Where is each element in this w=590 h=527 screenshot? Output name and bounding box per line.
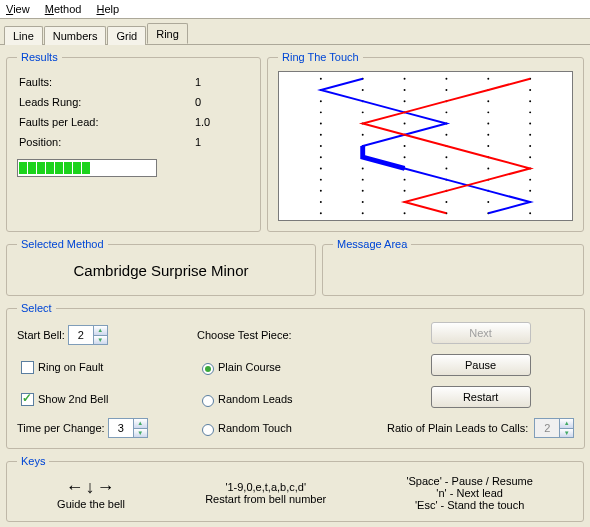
svg-point-48	[320, 167, 322, 169]
menu-method[interactable]: Method	[45, 3, 82, 15]
svg-point-69	[445, 201, 447, 203]
svg-point-65	[529, 190, 531, 192]
select-legend: Select	[17, 302, 56, 314]
ratio-down-icon: ▼	[559, 428, 573, 437]
svg-point-28	[487, 123, 489, 125]
time-per-change-spinner[interactable]: ▲▼	[108, 418, 148, 438]
svg-point-24	[320, 123, 322, 125]
menu-view[interactable]: View	[6, 3, 30, 15]
restart-button[interactable]: Restart	[431, 386, 531, 408]
random-touch-input[interactable]	[202, 424, 214, 436]
svg-point-36	[320, 145, 322, 147]
svg-point-51	[445, 167, 447, 169]
tab-grid[interactable]: Grid	[107, 26, 146, 45]
leads-label: Leads Rung:	[19, 93, 153, 111]
svg-point-11	[529, 89, 531, 91]
svg-point-56	[404, 179, 406, 181]
random-leads-input[interactable]	[202, 395, 214, 407]
random-touch-radio[interactable]: Random Touch	[197, 421, 377, 436]
ratio-label: Ratio of Plain Leads to Calls:	[387, 422, 528, 434]
select-box: Select Start Bell: ▲▼ Choose Test Piece:…	[6, 302, 585, 449]
next-button[interactable]: Next	[431, 322, 531, 344]
ring-on-fault-input[interactable]	[21, 361, 34, 374]
svg-point-40	[487, 145, 489, 147]
ring-on-fault-check[interactable]: Ring on Fault	[17, 358, 187, 377]
plain-course-input[interactable]	[202, 363, 214, 375]
message-area-legend: Message Area	[333, 238, 411, 250]
show-2nd-bell-input[interactable]	[21, 393, 34, 406]
tab-strip: Line Numbers Grid Ring	[0, 19, 590, 45]
start-bell-down-icon[interactable]: ▼	[93, 335, 107, 344]
svg-point-62	[404, 190, 406, 192]
svg-point-19	[362, 111, 364, 113]
show-2nd-bell-label: Show 2nd Bell	[38, 393, 108, 405]
svg-point-55	[362, 179, 364, 181]
menu-help[interactable]: Help	[96, 3, 119, 15]
ring-touch-legend: Ring The Touch	[278, 51, 363, 63]
esc-key-label: 'Esc' - Stand the touch	[406, 499, 532, 511]
time-per-change-label: Time per Change:	[17, 422, 105, 434]
svg-point-12	[320, 100, 322, 102]
restart-keys-label: '1-9,0,e,t,a,b,c,d'	[205, 481, 326, 493]
pos-label: Position:	[19, 133, 153, 151]
tab-line[interactable]: Line	[4, 26, 43, 45]
svg-point-9	[445, 89, 447, 91]
svg-point-59	[529, 179, 531, 181]
svg-point-18	[320, 111, 322, 113]
svg-point-21	[445, 111, 447, 113]
ratio-spinner: ▲▼	[534, 418, 574, 438]
svg-point-34	[487, 134, 489, 136]
selected-method-legend: Selected Method	[17, 238, 108, 250]
svg-point-23	[529, 111, 531, 113]
keys-box: Keys ←↓→ Guide the bell '1-9,0,e,t,a,b,c…	[6, 455, 584, 522]
svg-point-66	[320, 201, 322, 203]
svg-point-41	[529, 145, 531, 147]
svg-point-70	[487, 201, 489, 203]
random-leads-radio[interactable]: Random Leads	[197, 392, 377, 407]
start-bell-spinner[interactable]: ▲▼	[68, 325, 108, 345]
results-box: Results Faults:1 Leads Rung:0 Faults per…	[6, 51, 261, 232]
svg-point-17	[529, 100, 531, 102]
random-touch-label: Random Touch	[218, 422, 292, 434]
fpl-value: 1.0	[155, 113, 248, 131]
tab-numbers[interactable]: Numbers	[44, 26, 107, 45]
time-per-change-input[interactable]	[109, 419, 133, 437]
faults-value: 1	[155, 73, 248, 91]
svg-point-61	[362, 190, 364, 192]
tpc-up-icon[interactable]: ▲	[133, 419, 147, 428]
selected-method-box: Selected Method Cambridge Surprise Minor	[6, 238, 316, 296]
svg-point-0	[320, 78, 322, 80]
svg-point-26	[404, 123, 406, 125]
start-bell-input[interactable]	[69, 326, 93, 344]
svg-point-77	[529, 212, 531, 214]
tpc-down-icon[interactable]: ▼	[133, 428, 147, 437]
menu-bar: View Method Help	[0, 0, 590, 19]
svg-point-3	[445, 78, 447, 80]
tab-ring[interactable]: Ring	[147, 23, 188, 44]
plain-course-label: Plain Course	[218, 361, 281, 373]
n-key-label: 'n' - Next lead	[406, 487, 532, 499]
svg-point-16	[487, 100, 489, 102]
svg-point-49	[362, 167, 364, 169]
svg-point-73	[362, 212, 364, 214]
guide-bell-label: Guide the bell	[57, 498, 125, 510]
faults-label: Faults:	[19, 73, 153, 91]
show-2nd-bell-check[interactable]: Show 2nd Bell	[17, 390, 187, 409]
svg-point-2	[404, 78, 406, 80]
message-area-box: Message Area	[322, 238, 584, 296]
pause-button[interactable]: Pause	[431, 354, 531, 376]
progress-bar	[17, 159, 157, 177]
start-bell-up-icon[interactable]: ▲	[93, 326, 107, 335]
method-name: Cambridge Surprise Minor	[17, 258, 305, 285]
random-leads-label: Random Leads	[218, 393, 293, 405]
svg-point-47	[529, 156, 531, 158]
svg-point-8	[404, 89, 406, 91]
svg-point-29	[529, 123, 531, 125]
ratio-up-icon: ▲	[559, 419, 573, 428]
plain-course-radio[interactable]: Plain Course	[197, 360, 377, 375]
restart-from-label: Restart from bell number	[205, 493, 326, 505]
ratio-input	[535, 419, 559, 437]
svg-point-45	[445, 156, 447, 158]
fpl-label: Faults per Lead:	[19, 113, 153, 131]
svg-point-67	[362, 201, 364, 203]
